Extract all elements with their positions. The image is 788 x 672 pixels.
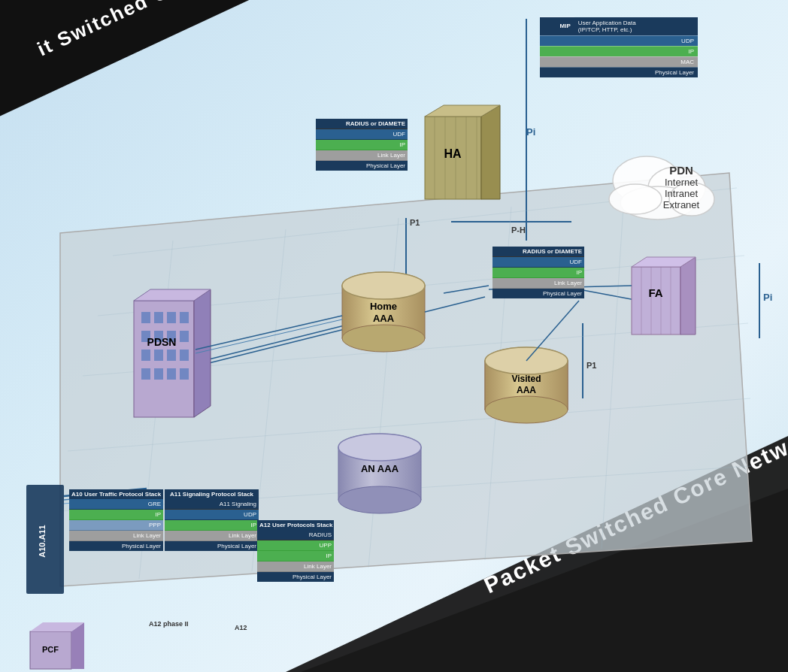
fa-stack-row-physical: Physical Layer — [492, 289, 584, 298]
a12-label: A12 — [235, 624, 247, 631]
a12-stack-ip: IP — [257, 551, 334, 562]
a11-stack-ip: IP — [165, 520, 259, 531]
a12-phase-label: A12 phase II — [149, 620, 189, 628]
a10-user-stack: A10 User Traffic Protocol Stack GRE IP P… — [69, 489, 163, 551]
fa-stack-row-udf: UDF — [492, 257, 584, 268]
stack-row-physical: Physical Layer — [540, 67, 698, 77]
a12-stack-title: A12 User Protocols Stack — [257, 520, 334, 530]
stack-row-mac: MAC — [540, 56, 698, 67]
pdn-label4: Extranet — [636, 199, 726, 210]
a10-stack-physical: Physical Layer — [69, 541, 163, 551]
fa-stack-row-ip: IP — [492, 268, 584, 278]
ha-stack-row-ip: IP — [316, 140, 408, 150]
ha-stack-row-physical: Physical Layer — [316, 161, 408, 171]
a10-stack-ppp: PPP — [69, 520, 163, 531]
a12-stack-upp: UPP — [257, 540, 334, 551]
ha-stack-row-udf: UDF — [316, 129, 408, 140]
a11-stack-udp: UDP — [165, 510, 259, 520]
a10-stack-gre: GRE — [69, 499, 163, 510]
pdn-text: PDN Internet Intranet Extranet — [636, 164, 726, 210]
ha-stack-row-radius: RADIUS or DIAMETE — [316, 119, 408, 129]
stack-row-ip: IP — [540, 46, 698, 56]
a11-stack-link: Link Layer — [165, 531, 259, 541]
ha-stack-row-link: Link Layer — [316, 150, 408, 161]
pdn-label1: PDN — [636, 164, 726, 177]
a12-stack-link: Link Layer — [257, 562, 334, 572]
a12-stack-radius: RADIUS — [257, 530, 334, 540]
a12-stack: A12 User Protocols Stack RADIUS UPP IP L… — [257, 520, 334, 582]
a11-stack-title: A11 Signaling Protocol Stack — [165, 489, 259, 499]
a10-stack-link: Link Layer — [69, 531, 163, 541]
pdn-label2: Internet — [636, 177, 726, 188]
pi-protocol-stack: MIP User Application Data(IP/TCP, HTTP, … — [540, 17, 698, 77]
a11-signaling-stack: A11 Signaling Protocol Stack A11 Signali… — [165, 489, 259, 551]
fa-stack-row-link: Link Layer — [492, 278, 584, 289]
fa-stack-row-radius: RADIUS or DIAMETE — [492, 247, 584, 257]
a11-stack-signaling: A11 Signaling — [165, 499, 259, 510]
a11-stack-physical: Physical Layer — [165, 541, 259, 551]
pdn-label3: Intranet — [636, 188, 726, 199]
a10-a11-stacks-container: A10 User Traffic Protocol Stack GRE IP P… — [69, 489, 259, 551]
fa-protocol-stack: RADIUS or DIAMETE UDF IP Link Layer Phys… — [492, 247, 584, 298]
ha-protocol-stack: RADIUS or DIAMETE UDF IP Link Layer Phys… — [316, 119, 408, 171]
a10-stack-ip: IP — [69, 510, 163, 520]
a12-stack-physical: Physical Layer — [257, 572, 334, 582]
stack-row-udp: UDP — [540, 35, 698, 46]
a10-stack-title: A10 User Traffic Protocol Stack — [69, 489, 163, 499]
stack-row-mip: MIP User Application Data(IP/TCP, HTTP, … — [540, 17, 698, 36]
background — [0, 0, 788, 672]
